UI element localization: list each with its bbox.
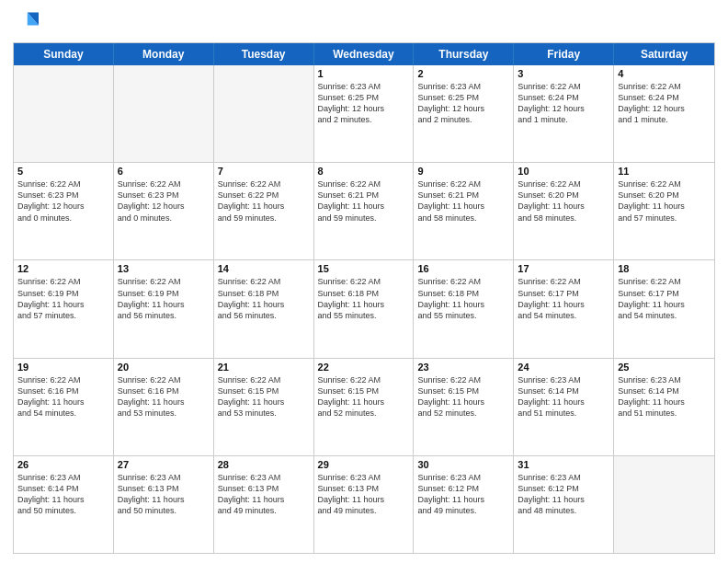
day-number: 22 — [318, 362, 410, 373]
day-number: 24 — [518, 362, 609, 373]
day-number: 1 — [318, 68, 410, 79]
calendar-row-0: 1Sunrise: 6:23 AM Sunset: 6:25 PM Daylig… — [14, 65, 714, 162]
cell-info: Sunrise: 6:23 AM Sunset: 6:12 PM Dayligh… — [518, 472, 609, 517]
weekday-header-wednesday: Wednesday — [314, 43, 415, 65]
day-cell-13: 13Sunrise: 6:22 AM Sunset: 6:19 PM Dayli… — [114, 260, 214, 357]
weekday-header-sunday: Sunday — [14, 43, 114, 65]
day-cell-30: 30Sunrise: 6:23 AM Sunset: 6:12 PM Dayli… — [414, 456, 514, 553]
day-cell-21: 21Sunrise: 6:22 AM Sunset: 6:15 PM Dayli… — [214, 359, 314, 455]
day-number: 25 — [618, 362, 711, 373]
cell-info: Sunrise: 6:22 AM Sunset: 6:15 PM Dayligh… — [417, 374, 509, 419]
day-number: 31 — [518, 459, 609, 470]
day-number: 11 — [618, 166, 711, 177]
cell-info: Sunrise: 6:22 AM Sunset: 6:20 PM Dayligh… — [518, 178, 609, 224]
weekday-header-saturday: Saturday — [614, 43, 714, 65]
page: SundayMondayTuesdayWednesdayThursdayFrid… — [0, 0, 728, 563]
calendar-body: 1Sunrise: 6:23 AM Sunset: 6:25 PM Daylig… — [14, 65, 714, 553]
day-number: 16 — [417, 263, 509, 274]
logo — [13, 9, 42, 35]
day-cell-20: 20Sunrise: 6:22 AM Sunset: 6:16 PM Dayli… — [114, 359, 214, 455]
day-cell-15: 15Sunrise: 6:22 AM Sunset: 6:18 PM Dayli… — [314, 260, 415, 357]
day-number: 19 — [17, 362, 109, 373]
day-cell-2: 2Sunrise: 6:23 AM Sunset: 6:25 PM Daylig… — [414, 65, 514, 162]
cell-info: Sunrise: 6:22 AM Sunset: 6:17 PM Dayligh… — [518, 276, 609, 321]
day-number: 17 — [518, 263, 609, 274]
day-cell-27: 27Sunrise: 6:23 AM Sunset: 6:13 PM Dayli… — [114, 456, 214, 553]
cell-info: Sunrise: 6:22 AM Sunset: 6:18 PM Dayligh… — [218, 276, 310, 321]
day-cell-28: 28Sunrise: 6:23 AM Sunset: 6:13 PM Dayli… — [214, 456, 314, 553]
day-cell-31: 31Sunrise: 6:23 AM Sunset: 6:12 PM Dayli… — [514, 456, 614, 553]
cell-info: Sunrise: 6:22 AM Sunset: 6:17 PM Dayligh… — [618, 276, 711, 321]
day-number: 5 — [17, 166, 109, 177]
day-number: 30 — [417, 459, 509, 470]
logo-icon — [13, 9, 39, 35]
cell-info: Sunrise: 6:22 AM Sunset: 6:19 PM Dayligh… — [17, 276, 109, 321]
day-cell-7: 7Sunrise: 6:22 AM Sunset: 6:22 PM Daylig… — [214, 163, 314, 259]
cell-info: Sunrise: 6:23 AM Sunset: 6:13 PM Dayligh… — [118, 472, 210, 517]
day-number: 29 — [318, 459, 410, 470]
day-number: 27 — [118, 459, 210, 470]
day-cell-5: 5Sunrise: 6:22 AM Sunset: 6:23 PM Daylig… — [14, 163, 114, 259]
header — [13, 9, 715, 35]
cell-info: Sunrise: 6:22 AM Sunset: 6:23 PM Dayligh… — [17, 178, 109, 224]
day-cell-24: 24Sunrise: 6:23 AM Sunset: 6:14 PM Dayli… — [514, 359, 614, 455]
day-cell-14: 14Sunrise: 6:22 AM Sunset: 6:18 PM Dayli… — [214, 260, 314, 357]
day-cell-29: 29Sunrise: 6:23 AM Sunset: 6:13 PM Dayli… — [314, 456, 415, 553]
cell-info: Sunrise: 6:22 AM Sunset: 6:18 PM Dayligh… — [417, 276, 509, 321]
calendar-row-1: 5Sunrise: 6:22 AM Sunset: 6:23 PM Daylig… — [14, 162, 714, 259]
day-number: 13 — [118, 263, 210, 274]
cell-info: Sunrise: 6:23 AM Sunset: 6:25 PM Dayligh… — [417, 81, 509, 126]
day-cell-10: 10Sunrise: 6:22 AM Sunset: 6:20 PM Dayli… — [514, 163, 614, 259]
day-cell-1: 1Sunrise: 6:23 AM Sunset: 6:25 PM Daylig… — [314, 65, 415, 162]
day-number: 20 — [118, 362, 210, 373]
day-cell-17: 17Sunrise: 6:22 AM Sunset: 6:17 PM Dayli… — [514, 260, 614, 357]
day-number: 15 — [318, 263, 410, 274]
day-number: 9 — [417, 166, 509, 177]
day-cell-25: 25Sunrise: 6:23 AM Sunset: 6:14 PM Dayli… — [614, 359, 714, 455]
calendar-header: SundayMondayTuesdayWednesdayThursdayFrid… — [14, 43, 714, 65]
day-number: 8 — [318, 166, 410, 177]
cell-info: Sunrise: 6:22 AM Sunset: 6:18 PM Dayligh… — [318, 276, 410, 321]
day-cell-12: 12Sunrise: 6:22 AM Sunset: 6:19 PM Dayli… — [14, 260, 114, 357]
empty-cell-0-1 — [114, 65, 214, 162]
calendar-row-3: 19Sunrise: 6:22 AM Sunset: 6:16 PM Dayli… — [14, 358, 714, 455]
cell-info: Sunrise: 6:23 AM Sunset: 6:25 PM Dayligh… — [318, 81, 410, 126]
day-cell-18: 18Sunrise: 6:22 AM Sunset: 6:17 PM Dayli… — [614, 260, 714, 357]
empty-cell-0-2 — [214, 65, 314, 162]
cell-info: Sunrise: 6:23 AM Sunset: 6:14 PM Dayligh… — [618, 374, 711, 419]
calendar: SundayMondayTuesdayWednesdayThursdayFrid… — [13, 42, 715, 554]
empty-cell-0-0 — [14, 65, 114, 162]
calendar-row-2: 12Sunrise: 6:22 AM Sunset: 6:19 PM Dayli… — [14, 259, 714, 357]
cell-info: Sunrise: 6:22 AM Sunset: 6:24 PM Dayligh… — [518, 81, 609, 126]
weekday-header-thursday: Thursday — [414, 43, 514, 65]
day-number: 4 — [618, 68, 711, 79]
cell-info: Sunrise: 6:22 AM Sunset: 6:21 PM Dayligh… — [318, 178, 410, 224]
day-cell-9: 9Sunrise: 6:22 AM Sunset: 6:21 PM Daylig… — [414, 163, 514, 259]
day-cell-23: 23Sunrise: 6:22 AM Sunset: 6:15 PM Dayli… — [414, 359, 514, 455]
cell-info: Sunrise: 6:22 AM Sunset: 6:22 PM Dayligh… — [218, 178, 310, 224]
day-cell-4: 4Sunrise: 6:22 AM Sunset: 6:24 PM Daylig… — [614, 65, 714, 162]
cell-info: Sunrise: 6:23 AM Sunset: 6:13 PM Dayligh… — [318, 472, 410, 517]
cell-info: Sunrise: 6:22 AM Sunset: 6:16 PM Dayligh… — [118, 374, 210, 419]
day-number: 14 — [218, 263, 310, 274]
empty-cell-4-6 — [614, 456, 714, 553]
weekday-header-monday: Monday — [114, 43, 214, 65]
day-number: 21 — [218, 362, 310, 373]
cell-info: Sunrise: 6:22 AM Sunset: 6:16 PM Dayligh… — [17, 374, 109, 419]
day-number: 10 — [518, 166, 609, 177]
day-number: 3 — [518, 68, 609, 79]
day-cell-19: 19Sunrise: 6:22 AM Sunset: 6:16 PM Dayli… — [14, 359, 114, 455]
cell-info: Sunrise: 6:22 AM Sunset: 6:20 PM Dayligh… — [618, 178, 711, 224]
cell-info: Sunrise: 6:22 AM Sunset: 6:15 PM Dayligh… — [318, 374, 410, 419]
cell-info: Sunrise: 6:23 AM Sunset: 6:14 PM Dayligh… — [17, 472, 109, 517]
day-cell-26: 26Sunrise: 6:23 AM Sunset: 6:14 PM Dayli… — [14, 456, 114, 553]
cell-info: Sunrise: 6:23 AM Sunset: 6:12 PM Dayligh… — [417, 472, 509, 517]
day-number: 26 — [17, 459, 109, 470]
day-cell-8: 8Sunrise: 6:22 AM Sunset: 6:21 PM Daylig… — [314, 163, 415, 259]
calendar-row-4: 26Sunrise: 6:23 AM Sunset: 6:14 PM Dayli… — [14, 455, 714, 553]
day-number: 23 — [417, 362, 509, 373]
day-number: 12 — [17, 263, 109, 274]
cell-info: Sunrise: 6:22 AM Sunset: 6:24 PM Dayligh… — [618, 81, 711, 126]
day-cell-16: 16Sunrise: 6:22 AM Sunset: 6:18 PM Dayli… — [414, 260, 514, 357]
cell-info: Sunrise: 6:22 AM Sunset: 6:23 PM Dayligh… — [118, 178, 210, 224]
